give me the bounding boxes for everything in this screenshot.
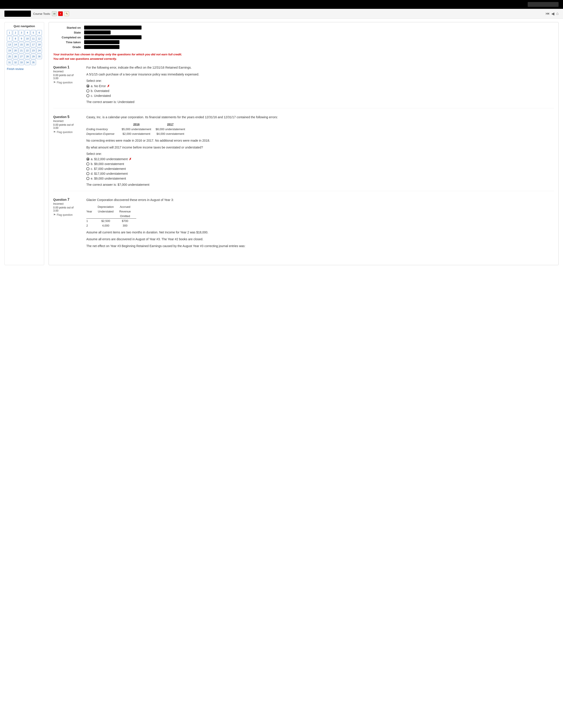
question-1-body: For the following error, indicate the ef… — [86, 65, 554, 104]
nav-item-18[interactable]: 18 — [37, 42, 42, 47]
question-7-text3: Assume all errors are discovered in Augu… — [86, 237, 554, 242]
glacier-row-2: 2 4,000 300 — [86, 223, 136, 228]
nav-item-6[interactable]: 6 — [37, 30, 42, 35]
option-5a-label: a. $12,000 understatement — [91, 157, 128, 161]
state-value — [84, 30, 111, 34]
nav-item-10[interactable]: 10 — [25, 36, 30, 41]
time-taken-value — [84, 40, 119, 44]
question-1-option-a[interactable]: a. No Error ✗ — [86, 84, 554, 88]
nav-item-7[interactable]: 7 — [7, 36, 12, 41]
nav-item-30[interactable]: 30 — [37, 54, 42, 59]
glacier-row-1: 1 $2,500 $700 — [86, 219, 136, 223]
nav-item-16[interactable]: 16 — [25, 42, 30, 47]
edit-icon[interactable]: ✎ — [64, 11, 69, 16]
question-5-points: 0.00 points out of3.00 — [53, 123, 82, 129]
glacier-col-dep1: Depreciation — [98, 205, 119, 209]
nav-item-15[interactable]: 15 — [19, 42, 24, 47]
bookmark-icon[interactable]: + — [58, 11, 63, 16]
question-7-text2: Assume all current items are two months … — [86, 230, 554, 235]
glacier-dep-1: $2,500 — [98, 219, 119, 223]
nav-item-1[interactable]: 1 — [7, 30, 12, 35]
nav-item-22[interactable]: 22 — [25, 48, 30, 53]
nav-item-27[interactable]: 27 — [19, 54, 24, 59]
nav-item-17[interactable]: 17 — [31, 42, 36, 47]
summary-row-time: Time taken — [53, 40, 554, 44]
warning-line1: Your instructor has chosen to display on… — [53, 52, 554, 57]
nav-item-13[interactable]: 13 — [7, 42, 12, 47]
question-5-option-d[interactable]: d. $17,000 understatement — [86, 172, 554, 175]
nav-item-29[interactable]: 29 — [31, 54, 36, 59]
nav-item-26[interactable]: 26 — [13, 54, 18, 59]
question-1-text: For the following error, indicate the ef… — [86, 65, 554, 70]
nav-item-24[interactable]: 24 — [37, 48, 42, 53]
glacier-col-year2: Year — [86, 209, 98, 214]
error-row-inventory: Ending Inventory $5,000 understatement $… — [86, 127, 189, 131]
wrong-mark-a: ✗ — [107, 84, 110, 88]
question-5-body: Casey, Inc. is a calendar-year corporati… — [86, 115, 554, 186]
glacier-year-1: 1 — [86, 219, 98, 223]
question-5-select-label: Select one: — [86, 152, 554, 156]
radio-5c-circle — [86, 167, 89, 170]
first-nav-arrow[interactable]: ⏮ — [546, 11, 550, 16]
home-nav-arrow[interactable]: ⌂ — [556, 11, 559, 16]
question-5-option-c[interactable]: c. $7,000 understatement — [86, 167, 554, 171]
option-a-label: a. No Error — [91, 84, 106, 88]
flag-label-7: Flag question — [57, 213, 73, 216]
started-on-value — [84, 26, 141, 30]
main-layout: Quiz navigation 123456789101112131415161… — [0, 19, 563, 268]
radio-c-circle — [86, 94, 89, 97]
nav-item-12[interactable]: 12 — [37, 36, 42, 41]
nav-item-31[interactable]: 31 — [7, 60, 12, 65]
question-5-option-b[interactable]: b. $9,000 overstatement — [86, 162, 554, 166]
question-1-select-label: Select one: — [86, 79, 554, 83]
nav-item-2[interactable]: 2 — [13, 30, 18, 35]
back-nav-arrow[interactable]: ◀ — [551, 11, 554, 16]
email-icon[interactable]: ✉ — [52, 11, 57, 16]
nav-item-21[interactable]: 21 — [19, 48, 24, 53]
option-5c-label: c. $7,000 understatement — [91, 167, 126, 171]
question-1-flag[interactable]: ⚑ Flag question — [53, 81, 82, 84]
nav-item-8[interactable]: 8 — [13, 36, 18, 41]
glacier-col-year — [86, 205, 98, 209]
nav-item-32[interactable]: 32 — [13, 60, 18, 65]
time-taken-label: Time taken — [53, 41, 84, 44]
col-2016: 2016 — [122, 122, 156, 127]
nav-item-23[interactable]: 23 — [31, 48, 36, 53]
nav-item-3[interactable]: 3 — [19, 30, 24, 35]
nav-grid: 1234567891011121314151617181920212223242… — [7, 30, 42, 65]
second-bar: Course Tools: ✉ + ✎ ⏮ ◀ ⌂ — [0, 9, 563, 19]
question-7-meta: Question 7 Incorrect 0.00 points out of3… — [53, 198, 82, 216]
option-5b-label: b. $9,000 overstatement — [91, 162, 124, 166]
nav-item-11[interactable]: 11 — [31, 36, 36, 41]
grade-label: Grade — [53, 45, 84, 49]
summary-row-started: Started on — [53, 26, 554, 30]
top-bar-user — [528, 2, 559, 7]
question-1-option-c[interactable]: c. Understated — [86, 94, 554, 98]
question-7-body: Glacier Corporation discovered these err… — [86, 198, 554, 251]
radio-5e-circle — [86, 177, 89, 180]
question-7-flag[interactable]: ⚑ Flag question — [53, 213, 82, 216]
nav-item-9[interactable]: 9 — [19, 36, 24, 41]
nav-item-5[interactable]: 5 — [31, 30, 36, 35]
question-5-option-e[interactable]: e. $9,000 understatement — [86, 177, 554, 180]
top-bar-logo — [4, 2, 75, 7]
nav-item-35[interactable]: 35 — [31, 60, 36, 65]
sidebar-title: Quiz navigation — [7, 24, 42, 28]
question-5-option-a[interactable]: a. $12,000 understatement ✗ — [86, 157, 554, 161]
nav-item-25[interactable]: 25 — [7, 54, 12, 59]
question-5-flag[interactable]: ⚑ Flag question — [53, 130, 82, 134]
nav-item-19[interactable]: 19 — [7, 48, 12, 53]
nav-item-33[interactable]: 33 — [19, 60, 24, 65]
question-1-meta: Question 1 Incorrect 0.00 points out of3… — [53, 65, 82, 84]
nav-item-20[interactable]: 20 — [13, 48, 18, 53]
grade-value — [84, 45, 119, 49]
nav-item-28[interactable]: 28 — [25, 54, 30, 59]
nav-item-34[interactable]: 34 — [25, 60, 30, 65]
nav-item-14[interactable]: 14 — [13, 42, 18, 47]
nav-item-4[interactable]: 4 — [25, 30, 30, 35]
top-bar — [0, 0, 563, 9]
finish-review-link[interactable]: Finish review — [7, 67, 42, 71]
question-1-option-b[interactable]: b. Overstated — [86, 89, 554, 93]
wrong-mark-5a: ✗ — [129, 157, 132, 161]
question-5-meta: Question 5 Incorrect 0.00 points out of3… — [53, 115, 82, 134]
